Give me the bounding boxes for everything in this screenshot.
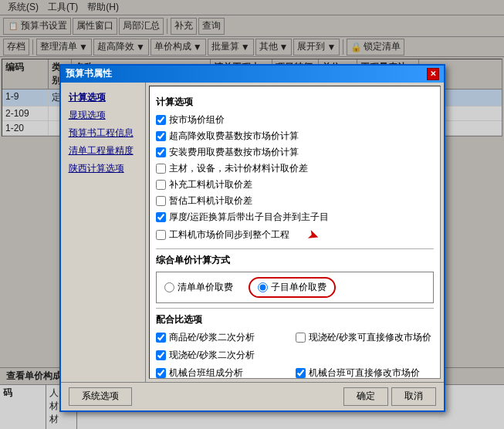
checkbox-row-4: 主材，设备，未计价材料计取价差: [156, 162, 434, 175]
radio-row-list: 清单单价取费: [164, 281, 233, 294]
radio-label-list-price[interactable]: 清单单价取费: [178, 281, 233, 294]
checkbox-row-13: 机械台班可直接修改市场价: [296, 367, 434, 379]
dialog-close-button[interactable]: ✕: [427, 68, 439, 80]
radio-subitem-price[interactable]: [258, 282, 268, 292]
checkbox-label-estimate-diff[interactable]: 暂估工料机计取价差: [169, 194, 252, 208]
checkbox-estimate-diff[interactable]: [156, 196, 166, 206]
radio-label-subitem-price[interactable]: 子目单价取费: [271, 281, 326, 294]
checkbox-label-machine-direct[interactable]: 机械台班可直接修改市场价: [309, 367, 420, 379]
calc-options-header: 计算选项: [156, 96, 434, 109]
cancel-button[interactable]: 取消: [391, 387, 436, 406]
footer-left: 系统选项: [69, 387, 132, 406]
nav-item-project-info[interactable]: 预算书工程信息: [64, 124, 142, 142]
modal-overlay: 预算书属性 ✕ 计算选项 显现选项 预算书工程信息 清单工程量精度 陕西计算选项…: [0, 0, 504, 429]
checkbox-label-market-price[interactable]: 按市场价组价: [169, 113, 225, 127]
checkbox-cast-direct[interactable]: [296, 333, 306, 343]
nav-item-calc[interactable]: 计算选项: [64, 89, 142, 106]
checkbox-row-7: 厚度/运距换算后带出子目合并到主子目: [156, 211, 434, 224]
checkbox-main-material[interactable]: [156, 164, 166, 174]
dialog-nav: 计算选项 显现选项 预算书工程信息 清单工程量精度 陕西计算选项: [61, 83, 146, 382]
nav-item-display[interactable]: 显现选项: [64, 106, 142, 124]
radio-highlighted-subitem: 子目单价取费: [249, 277, 336, 298]
main-window: 系统(S) 工具(T) 帮助(H) 📋 预算书设置 属性窗口 局部汇总 补充 查…: [0, 0, 504, 429]
checkbox-label-main-material[interactable]: 主材，设备，未计价材料计取价差: [169, 162, 308, 175]
dialog-footer: 系统选项 确定 取消: [61, 382, 444, 410]
checkbox-label-cast-direct[interactable]: 现浇砼/砂浆可直接修改市场价: [309, 331, 431, 344]
nav-item-shaanxi[interactable]: 陕西计算选项: [64, 160, 142, 177]
checkbox-label-supplement-diff[interactable]: 补充工料机计取价差: [169, 178, 252, 191]
checkbox-label-install-fee[interactable]: 安装费用取费基数按市场价计算: [169, 146, 299, 159]
checkbox-label-cast-concrete[interactable]: 现浇砼/砂浆二次分析: [169, 349, 255, 362]
divider-2: [156, 308, 434, 309]
checkbox-row-2: 超高降效取费基数按市场价计算: [156, 130, 434, 143]
nav-item-qty-precision[interactable]: 清单工程量精度: [64, 142, 142, 160]
checkbox-commercial-concrete[interactable]: [156, 333, 166, 343]
checkbox-machine-direct[interactable]: [296, 368, 306, 378]
dialog-titlebar: 预算书属性 ✕: [61, 66, 444, 83]
dialog-body: 计算选项 显现选项 预算书工程信息 清单工程量精度 陕西计算选项 计算选项 按市…: [61, 83, 444, 382]
confirm-button[interactable]: 确定: [343, 387, 388, 406]
checkbox-row-1: 按市场价组价: [156, 113, 434, 127]
dialog-budget-properties: 预算书属性 ✕ 计算选项 显现选项 预算书工程信息 清单工程量精度 陕西计算选项…: [59, 64, 445, 412]
checkbox-supplement-diff[interactable]: [156, 180, 166, 190]
dialog-title: 预算书属性: [66, 67, 112, 80]
radio-list-price[interactable]: [164, 282, 174, 292]
checkbox-machine-team[interactable]: [156, 368, 166, 378]
checkbox-row-5: 补充工料机计取价差: [156, 178, 434, 191]
arrow-annotation: ➤: [305, 225, 322, 245]
checkbox-row-8: 工料机市场价同步到整个工程 ➤: [156, 227, 434, 244]
checkbox-row-12: 现浇砼/砂浆可直接修改市场价: [296, 331, 434, 344]
checkbox-label-sync-market[interactable]: 工料机市场价同步到整个工程: [169, 228, 289, 242]
dialog-content: 计算选项 按市场价组价 超高降效取费基数按市场价计算 安装费用取费基数按市场价计…: [149, 86, 441, 379]
checkbox-label-thickness-merge[interactable]: 厚度/运距换算后带出子目合并到主子目: [169, 211, 329, 224]
checkbox-super-reduce[interactable]: [156, 131, 166, 141]
match-compare-header: 配合比选项: [156, 313, 434, 326]
checkbox-thickness-merge[interactable]: [156, 212, 166, 222]
checkbox-label-machine-team[interactable]: 机械台班组成分析: [169, 367, 243, 379]
checkbox-market-price[interactable]: [156, 115, 166, 125]
radio-section: 清单单价取费 子目单价取费: [156, 272, 434, 303]
checkbox-label-super-reduce[interactable]: 超高降效取费基数按市场价计算: [169, 130, 299, 143]
composite-unit-header: 综合单价计算方式: [156, 254, 434, 267]
checkbox-row-11: 机械台班组成分析: [156, 367, 294, 379]
checkbox-row-6: 暂估工料机计取价差: [156, 194, 434, 208]
checkbox-sync-market[interactable]: [156, 230, 166, 240]
system-options-button[interactable]: 系统选项: [69, 387, 132, 406]
checkbox-row-3: 安装费用取费基数按市场价计算: [156, 146, 434, 159]
footer-right: 确定 取消: [343, 387, 436, 406]
checkbox-cast-concrete[interactable]: [156, 350, 166, 360]
divider-1: [156, 248, 434, 249]
checkbox-install-fee[interactable]: [156, 147, 166, 157]
checkbox-row-9: 商品砼/砂浆二次分析: [156, 331, 294, 344]
checkbox-label-commercial-concrete[interactable]: 商品砼/砂浆二次分析: [169, 331, 255, 344]
checkbox-row-10: 现浇砼/砂浆二次分析: [156, 349, 294, 362]
